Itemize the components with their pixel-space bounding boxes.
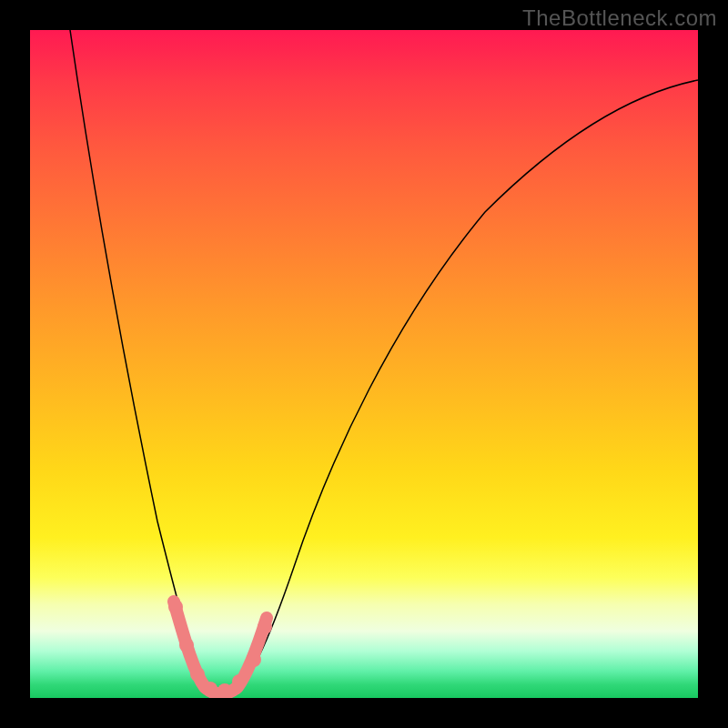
svg-point-5 bbox=[232, 674, 247, 689]
svg-point-4 bbox=[217, 683, 232, 698]
svg-point-1 bbox=[179, 638, 194, 652]
svg-point-6 bbox=[247, 652, 261, 667]
svg-point-0 bbox=[168, 600, 183, 614]
svg-point-2 bbox=[190, 667, 205, 682]
plot-area bbox=[30, 30, 698, 698]
svg-point-3 bbox=[203, 682, 217, 696]
svg-point-7 bbox=[258, 620, 272, 634]
bottleneck-curve bbox=[70, 30, 698, 694]
bottleneck-curve-svg bbox=[30, 30, 698, 698]
chart-container: TheBottleneck.com bbox=[0, 0, 728, 728]
watermark-label: TheBottleneck.com bbox=[522, 5, 717, 31]
